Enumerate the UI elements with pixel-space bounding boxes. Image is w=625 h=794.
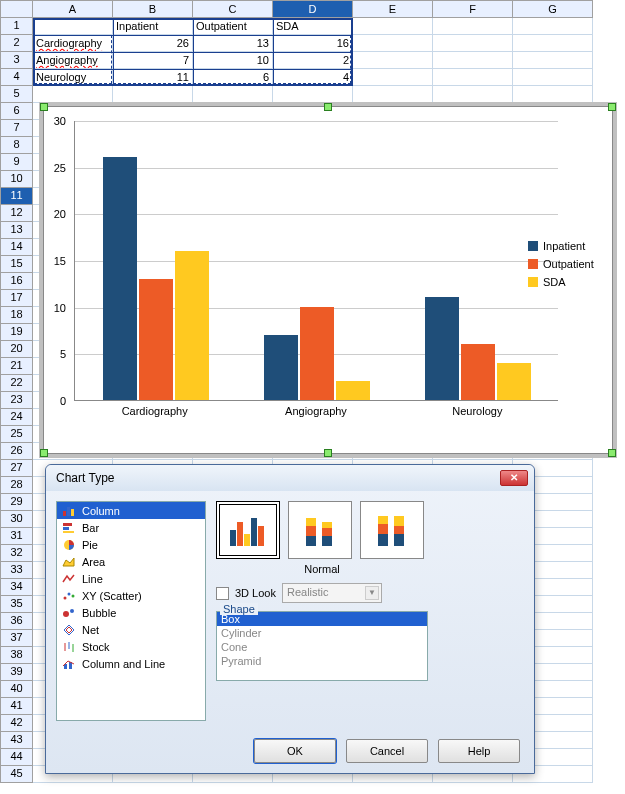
row-header[interactable]: 7 — [0, 120, 33, 137]
row-header[interactable]: 39 — [0, 664, 33, 681]
row-header[interactable]: 12 — [0, 205, 33, 222]
bar[interactable] — [139, 279, 173, 400]
cell[interactable]: 2 — [273, 52, 353, 69]
row-header[interactable]: 4 — [0, 69, 33, 86]
row-header[interactable]: 38 — [0, 647, 33, 664]
row-header[interactable]: 33 — [0, 562, 33, 579]
row-header[interactable]: 16 — [0, 273, 33, 290]
cell[interactable]: Neurology — [33, 69, 113, 86]
bar[interactable] — [300, 307, 334, 400]
row-header[interactable]: 9 — [0, 154, 33, 171]
help-button[interactable]: Help — [438, 739, 520, 763]
row-header[interactable]: 36 — [0, 613, 33, 630]
row-header[interactable]: 26 — [0, 443, 33, 460]
cell[interactable] — [513, 35, 593, 52]
cell[interactable]: 4 — [273, 69, 353, 86]
subtype-percent[interactable] — [360, 501, 424, 559]
row-header[interactable]: 23 — [0, 392, 33, 409]
bar[interactable] — [425, 297, 459, 400]
row-header[interactable]: 37 — [0, 630, 33, 647]
cell[interactable] — [353, 86, 433, 103]
row-header[interactable]: 1 — [0, 18, 33, 35]
cell[interactable] — [513, 52, 593, 69]
row-header[interactable]: 27 — [0, 460, 33, 477]
col-header-F[interactable]: F — [433, 0, 513, 18]
row-header[interactable]: 13 — [0, 222, 33, 239]
row-header[interactable]: 32 — [0, 545, 33, 562]
row-header[interactable]: 29 — [0, 494, 33, 511]
type-item-net[interactable]: Net — [57, 621, 205, 638]
select-all-corner[interactable] — [0, 0, 33, 18]
dialog-titlebar[interactable]: Chart Type ✕ — [46, 465, 534, 491]
subtype-stacked[interactable] — [288, 501, 352, 559]
col-header-G[interactable]: G — [513, 0, 593, 18]
resize-handle[interactable] — [40, 103, 48, 111]
resize-handle[interactable] — [324, 103, 332, 111]
row-header[interactable]: 19 — [0, 324, 33, 341]
cell[interactable] — [433, 52, 513, 69]
col-header-C[interactable]: C — [193, 0, 273, 18]
row-header[interactable]: 21 — [0, 358, 33, 375]
row-header[interactable]: 22 — [0, 375, 33, 392]
chart-type-list[interactable]: ColumnBarPieAreaLineXY (Scatter)BubbleNe… — [56, 501, 206, 721]
resize-handle[interactable] — [608, 449, 616, 457]
col-header-A[interactable]: A — [33, 0, 113, 18]
chart[interactable]: 051015202530 InpatientOutpatientSDA Card… — [43, 106, 613, 454]
type-item-bar[interactable]: Bar — [57, 519, 205, 536]
cell[interactable] — [193, 86, 273, 103]
col-header-E[interactable]: E — [353, 0, 433, 18]
cell[interactable]: Cardiography — [33, 35, 113, 52]
cancel-button[interactable]: Cancel — [346, 739, 428, 763]
cell[interactable] — [353, 18, 433, 35]
type-item-line[interactable]: Line — [57, 570, 205, 587]
bar[interactable] — [336, 381, 370, 400]
row-header[interactable]: 2 — [0, 35, 33, 52]
cell[interactable]: 6 — [193, 69, 273, 86]
resize-handle[interactable] — [324, 449, 332, 457]
bar[interactable] — [264, 335, 298, 400]
bar[interactable] — [461, 344, 495, 400]
col-header-B[interactable]: B — [113, 0, 193, 18]
shape-item-pyramid[interactable]: Pyramid — [217, 654, 427, 668]
cell[interactable]: 26 — [113, 35, 193, 52]
cell[interactable] — [433, 86, 513, 103]
row-header[interactable]: 17 — [0, 290, 33, 307]
row-header[interactable]: 20 — [0, 341, 33, 358]
row-header[interactable]: 11 — [0, 188, 33, 205]
ok-button[interactable]: OK — [254, 739, 336, 763]
bar[interactable] — [497, 363, 531, 400]
row-header[interactable]: 40 — [0, 681, 33, 698]
type-item-column-and-line[interactable]: Column and Line — [57, 655, 205, 672]
type-item-column[interactable]: Column — [57, 502, 205, 519]
cell[interactable]: SDA — [273, 18, 353, 35]
row-header[interactable]: 6 — [0, 103, 33, 120]
cell[interactable] — [513, 69, 593, 86]
cell[interactable] — [33, 86, 113, 103]
cell[interactable] — [33, 18, 113, 35]
row-header[interactable]: 8 — [0, 137, 33, 154]
shape-item-cylinder[interactable]: Cylinder — [217, 626, 427, 640]
cell[interactable] — [113, 86, 193, 103]
row-header[interactable]: 28 — [0, 477, 33, 494]
cell[interactable]: Angiography — [33, 52, 113, 69]
cell[interactable] — [513, 18, 593, 35]
cell[interactable]: 11 — [113, 69, 193, 86]
type-item-pie[interactable]: Pie — [57, 536, 205, 553]
row-header[interactable]: 42 — [0, 715, 33, 732]
row-header[interactable]: 44 — [0, 749, 33, 766]
row-header[interactable]: 15 — [0, 256, 33, 273]
cell[interactable] — [353, 69, 433, 86]
close-icon[interactable]: ✕ — [500, 470, 528, 486]
cell[interactable] — [273, 86, 353, 103]
row-header[interactable]: 10 — [0, 171, 33, 188]
cell[interactable] — [433, 69, 513, 86]
row-header[interactable]: 25 — [0, 426, 33, 443]
cell[interactable]: 16 — [273, 35, 353, 52]
col-header-D[interactable]: D — [273, 0, 353, 18]
row-header[interactable]: 45 — [0, 766, 33, 783]
subtype-normal[interactable] — [216, 501, 280, 559]
3d-look-checkbox[interactable] — [216, 587, 229, 600]
row-header[interactable]: 24 — [0, 409, 33, 426]
row-header[interactable]: 30 — [0, 511, 33, 528]
resize-handle[interactable] — [40, 449, 48, 457]
